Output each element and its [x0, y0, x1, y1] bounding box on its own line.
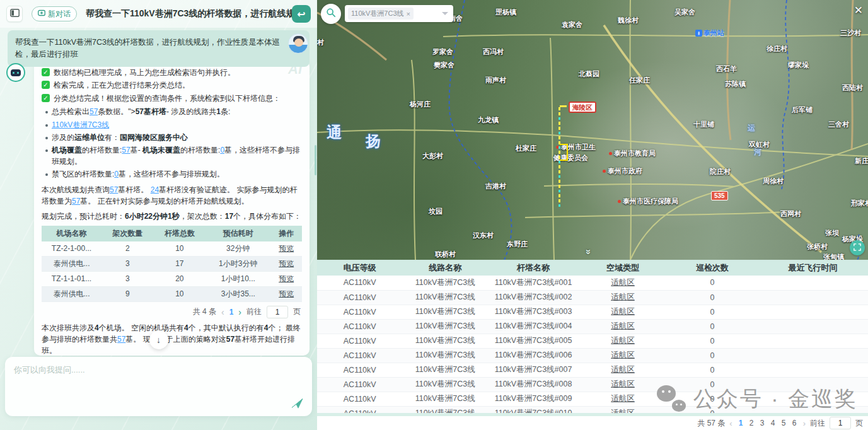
- map-place-label: 西网村: [780, 209, 801, 219]
- page-number[interactable]: 6: [790, 419, 799, 427]
- inspect-count-cell: 0: [667, 290, 758, 305]
- user-avatar: [288, 33, 308, 54]
- tower-name-cell: 110kV巷洲7C3线#003: [488, 305, 579, 319]
- planned-link[interactable]: 57: [72, 197, 80, 206]
- line-select[interactable]: 110kV巷洲7C3线 ×: [345, 5, 453, 22]
- preview-link[interactable]: 预览: [270, 241, 302, 257]
- page-number[interactable]: 4: [769, 419, 777, 427]
- user-message-bubble: 帮我查一下110kV巷洲7C3线的杆塔数据，进行航线规划，作业性质是本体巡检，最…: [8, 30, 310, 67]
- chat-input[interactable]: [5, 357, 312, 396]
- airspace-type-cell[interactable]: 适航区: [579, 348, 667, 363]
- airspace-type-cell[interactable]: 适航区: [579, 392, 667, 406]
- airspace-type-cell[interactable]: 适航区: [579, 406, 667, 413]
- satellite-map[interactable]: 村南舍罡杨镇袁家舍魏徐村吴家舍三沙村徐庄村缪家垛罗家舍樊家舍西冯村雨声村北蔡园任…: [317, 0, 868, 260]
- page-number[interactable]: 3: [758, 419, 767, 427]
- covered-count-link[interactable]: 57: [122, 146, 130, 154]
- col-sortie-count: 架次数量: [101, 226, 154, 241]
- fullscreen-button[interactable]: [850, 240, 865, 255]
- tower-row[interactable]: AC110kV 110kV巷洲7C3线 110kV巷洲7C3线#008 适航区 …: [317, 377, 868, 392]
- tower-row[interactable]: AC110kV 110kV巷洲7C3线 110kV巷洲7C3线#009 适航区 …: [317, 392, 868, 406]
- map-close-button[interactable]: ✕: [854, 4, 863, 17]
- sortie-count-cell: 2: [101, 241, 154, 257]
- page-number[interactable]: 2: [748, 419, 756, 427]
- tower-row[interactable]: AC110kV 110kV巷洲7C3线 110kV巷洲7C3线#005 适航区 …: [317, 334, 868, 348]
- map-place-label: 泰州市政府: [603, 166, 642, 176]
- next-page-icon[interactable]: ›: [238, 307, 241, 317]
- map-place-label: 三沙村: [840, 28, 861, 38]
- table-row: TZ-2-1-00... 2 10 32分钟 预览: [42, 241, 302, 257]
- station-label: i 泰州站: [695, 28, 724, 38]
- tower-row[interactable]: AC110kV 110kV巷洲7C3线 110kV巷洲7C3线#006 适航区 …: [317, 348, 868, 363]
- tower-table-pagination: 共 57 条 ‹ 123456 › 前往 页: [317, 416, 868, 430]
- airspace-type-cell[interactable]: 适航区: [579, 319, 667, 334]
- scroll-to-bottom-button[interactable]: ↓: [149, 330, 168, 349]
- down-arrow-icon: ↓: [156, 335, 161, 345]
- tower-row[interactable]: AC110kV 110kV巷洲7C3线 110kV巷洲7C3线#007 适航区 …: [317, 363, 868, 377]
- checklist: ✓ 数据结构已梳理完成，马上为您生成检索语句并执行。 ✓ 检索完成，正在为您进行…: [42, 67, 302, 104]
- page-unit-label: 页: [293, 306, 301, 317]
- chat-scrollbar[interactable]: [315, 145, 316, 175]
- map-place-label: 院庄村: [710, 167, 731, 177]
- check-item: ✓ 分类总结完成！根据您设置的查询条件，系统检索到以下杆塔信息：: [42, 93, 302, 104]
- map-place-label: 运: [748, 123, 755, 134]
- map-search-button[interactable]: [321, 4, 341, 24]
- voltage-cell: AC110kV: [317, 334, 402, 348]
- goto-page-input[interactable]: [830, 417, 851, 429]
- new-chat-button[interactable]: 新对话: [32, 6, 77, 21]
- voltage-cell: AC110kV: [317, 290, 402, 305]
- airspace-type-cell[interactable]: 适航区: [579, 290, 667, 305]
- airspace-type-cell[interactable]: 适航区: [579, 305, 667, 319]
- tower-row[interactable]: AC110kV 110kV巷洲7C3线 110kV巷洲7C3线#004 适航区 …: [317, 319, 868, 334]
- tower-row[interactable]: AC110kV 110kV巷洲7C3线 110kV巷洲7C3线#010 适航区 …: [317, 406, 868, 413]
- tower-row[interactable]: AC110kV 110kV巷洲7C3线 110kV巷洲7C3线#002 适航区 …: [317, 290, 868, 305]
- airport-plan-table: 机场名称 架次数量 杆塔总数 预估耗时 操作 TZ-2-1-00... 2 10…: [42, 226, 302, 302]
- sidebar-panel-icon: [10, 8, 20, 20]
- map-place-label: 张坝: [825, 228, 839, 238]
- bullet-total: 总共检索出57条数据。">57基杆塔- 涉及的线路共1条:: [44, 107, 302, 117]
- send-button[interactable]: [291, 398, 303, 411]
- tower-row[interactable]: AC110kV 110kV巷洲7C3线 110kV巷洲7C3线#003 适航区 …: [317, 305, 868, 319]
- tower-row[interactable]: AC110kV 110kV巷洲7C3线 110kV巷洲7C3线#001 适航区 …: [317, 276, 868, 290]
- map-place-label: 九龙镇: [478, 115, 499, 125]
- current-page[interactable]: 1: [229, 308, 234, 317]
- back-button[interactable]: ↩: [292, 5, 311, 23]
- line-link[interactable]: 110kV巷洲7C3线: [52, 120, 109, 129]
- line-name-cell: 110kV巷洲7C3线: [402, 377, 487, 392]
- prev-page-icon[interactable]: ‹: [729, 419, 732, 428]
- next-page-icon[interactable]: ›: [803, 419, 806, 428]
- airspace-type-cell[interactable]: 适航区: [579, 363, 667, 377]
- tower-name-cell: 110kV巷洲7C3线#007: [488, 363, 579, 377]
- goto-page-input[interactable]: [267, 306, 288, 318]
- page-unit-label: 页: [855, 418, 863, 429]
- query-total-link[interactable]: 57: [110, 185, 118, 194]
- dispatch-tower-link[interactable]: 57: [117, 335, 125, 344]
- preview-link[interactable]: 预览: [270, 286, 302, 301]
- tag-close-icon[interactable]: ×: [407, 10, 410, 18]
- page-number[interactable]: 1: [737, 419, 745, 427]
- count-link[interactable]: 57: [90, 107, 98, 116]
- unverified-link[interactable]: 24: [151, 185, 159, 194]
- preview-link[interactable]: 预览: [270, 256, 302, 271]
- tower-name-cell: 110kV巷洲7C3线#006: [488, 348, 579, 363]
- tower-line-hook: [560, 105, 567, 107]
- sidebar-toggle-button[interactable]: [6, 6, 23, 22]
- new-chat-label: 新对话: [48, 9, 71, 20]
- bullet-line-link: 110kV巷洲7C3线: [44, 120, 302, 131]
- airspace-type-cell[interactable]: 适航区: [579, 276, 667, 290]
- plan-summary: 规划完成，预计总耗时：6小时22分钟1秒，架次总数：17个，具体分布如下：: [42, 211, 302, 222]
- prev-page-icon[interactable]: ‹: [221, 307, 224, 317]
- map-place-label: 东野庄: [507, 240, 528, 249]
- airspace-type-cell[interactable]: 适航区: [579, 334, 667, 348]
- map-place-label: 罡杨镇: [495, 8, 516, 17]
- map-place-label: 袁家舍: [562, 20, 582, 30]
- col-action: 操作: [270, 226, 302, 241]
- preview-link[interactable]: 预览: [270, 271, 302, 286]
- airspace-type-cell[interactable]: 适航区: [579, 377, 667, 392]
- map-place-label: 杨河庄: [410, 100, 431, 109]
- est-time-cell: 1小时10...: [205, 271, 270, 286]
- page-number[interactable]: 5: [780, 419, 788, 427]
- map-place-label: 雨声村: [485, 76, 506, 85]
- map-place-label: 西冯村: [483, 47, 504, 57]
- last-flight-cell: [758, 377, 868, 392]
- collapse-table-icon[interactable]: »: [584, 249, 594, 253]
